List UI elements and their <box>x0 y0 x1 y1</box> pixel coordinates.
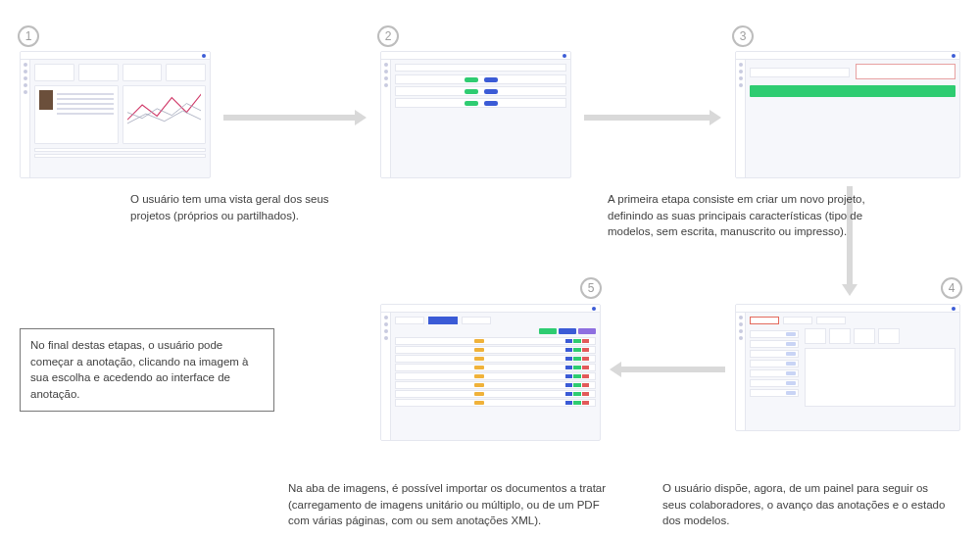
screenshot-step-4 <box>735 304 960 431</box>
caption-step-2: A primeira etapa consiste em criar um no… <box>608 191 902 240</box>
arrow-4-to-5 <box>610 365 725 374</box>
arrow-1-to-2 <box>223 113 367 122</box>
final-note-box: No final destas etapas, o usuário pode c… <box>20 328 274 412</box>
step-badge-5: 5 <box>580 277 602 299</box>
screenshot-step-2 <box>380 51 571 178</box>
final-note-text: No final destas etapas, o usuário pode c… <box>30 339 248 400</box>
arrow-2-to-3 <box>584 113 721 122</box>
step-number: 2 <box>385 29 392 43</box>
step-badge-2: 2 <box>377 25 399 47</box>
caption-step-4: O usuário dispõe, agora, de um painel pa… <box>662 480 947 529</box>
screenshot-step-1 <box>20 51 211 178</box>
screenshot-step-3 <box>735 51 960 178</box>
step-badge-3: 3 <box>732 25 754 47</box>
step-number: 1 <box>25 29 32 43</box>
step-number: 5 <box>588 281 595 295</box>
step-number: 3 <box>740 29 747 43</box>
step-number: 4 <box>949 281 956 295</box>
caption-step-1: O usuário tem uma vista geral dos seus p… <box>130 191 356 223</box>
screenshot-step-5 <box>380 304 601 441</box>
step-badge-4: 4 <box>941 277 962 299</box>
step-badge-1: 1 <box>18 25 39 47</box>
caption-step-5: Na aba de imagens, é possível importar o… <box>288 480 621 529</box>
